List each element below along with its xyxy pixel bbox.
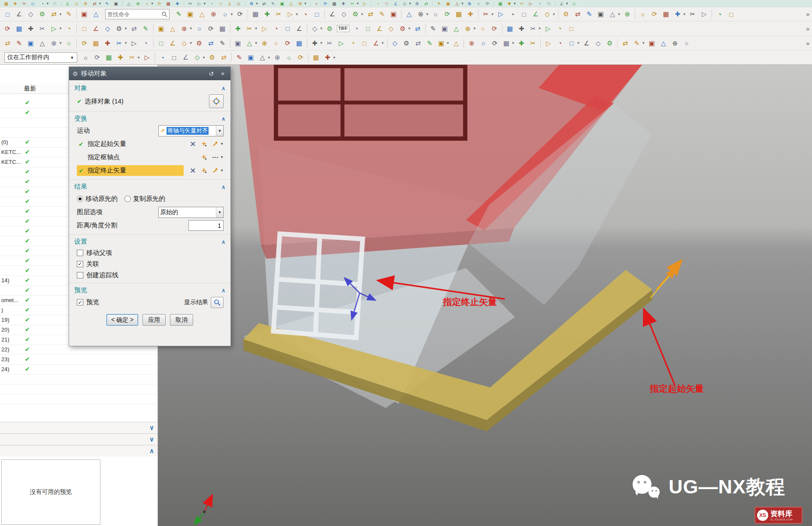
toolbar-icon[interactable]: ∠ [90, 23, 102, 34]
section-preview-header[interactable]: 预览 ∧ [69, 283, 230, 296]
point-dialog-icon[interactable] [199, 166, 209, 175]
show-result-button[interactable] [211, 297, 224, 308]
toolbar-icon[interactable]: ⇄ [218, 52, 230, 63]
toolbar-icon[interactable]: ∠ [557, 0, 566, 6]
toolbar-icon[interactable]: ✂ [36, 23, 48, 34]
toolbar-icon[interactable]: ⊕ [669, 38, 681, 49]
navigator-row[interactable] [0, 375, 158, 384]
toolbar-icon[interactable]: ✂ [517, 0, 526, 6]
toolbar-icon[interactable]: ▣ [278, 0, 287, 6]
toolbar-icon[interactable]: □ [362, 23, 374, 34]
toolbar-icon[interactable]: ⊕ [415, 9, 427, 20]
toolbar-icon[interactable]: ▣ [185, 9, 196, 20]
toolbar-icon[interactable]: ▦ [310, 52, 322, 63]
toolbar-icon[interactable]: ✎ [217, 38, 228, 49]
apply-button[interactable]: 应用 [142, 314, 166, 326]
toolbar-icon[interactable]: ▷ [542, 23, 554, 34]
toolbar-overflow-icon[interactable]: » [806, 40, 809, 47]
dropdown-arrow-icon[interactable]: ▼ [98, 2, 102, 6]
navigator-row[interactable] [0, 384, 158, 394]
toolbar-icon[interactable]: ◇ [191, 52, 203, 63]
toolbar-icon[interactable]: ▣ [79, 9, 90, 20]
toolbar-icon[interactable]: □ [544, 0, 553, 6]
toolbar-icon[interactable]: ▦ [90, 38, 102, 49]
toolbar-icon[interactable]: ▷ [360, 0, 369, 6]
toolbar-icon[interactable]: ▦ [330, 0, 339, 6]
toolbar-icon[interactable]: ◇ [102, 23, 113, 34]
chevron-down-icon[interactable]: ▼ [220, 155, 224, 159]
toolbar-icon[interactable]: ▦ [453, 9, 465, 20]
toolbar-icon[interactable]: ∠ [294, 23, 305, 34]
toolbar-icon[interactable]: ∠ [370, 38, 382, 49]
toolbar-icon[interactable]: ▣ [25, 38, 36, 49]
toolbar-icon[interactable]: ✎ [427, 23, 439, 34]
toolbar-icon[interactable]: ✎ [13, 38, 25, 49]
end-vector-highlight[interactable]: ✔ 指定终止矢量 [77, 165, 184, 176]
dropdown-arrow-icon[interactable]: ▼ [230, 12, 233, 16]
vector-dialog-icon[interactable] [210, 139, 220, 149]
toolbar-icon[interactable]: ○ [312, 0, 321, 6]
chevron-up-icon[interactable]: ∧ [221, 287, 225, 293]
chevron-up-icon[interactable]: ∧ [221, 85, 225, 91]
toolbar-icon[interactable]: ⚙ [247, 0, 256, 6]
dropdown-arrow-icon[interactable]: ▼ [202, 56, 206, 60]
toolbar-icon[interactable]: ⊕ [272, 52, 283, 63]
toolbar-icon[interactable]: ⚙ [604, 38, 615, 49]
toolbar-icon[interactable]: ✂ [527, 38, 539, 49]
dropdown-arrow-icon[interactable]: ▼ [255, 41, 258, 45]
toolbar-icon[interactable]: ⟳ [295, 52, 306, 63]
layer-option-dropdown[interactable]: 原始的 ▼ [158, 207, 224, 218]
chevron-up-icon[interactable]: ∧ [221, 184, 225, 190]
section-result-header[interactable]: 结果 ∧ [69, 179, 230, 192]
toolbar-icon[interactable]: ⟳ [442, 9, 453, 20]
toolbar-icon[interactable]: △ [196, 9, 208, 20]
chevron-up-icon[interactable]: ∧ [221, 116, 225, 122]
toolbar-icon[interactable]: ◔ [38, 0, 47, 6]
toolbar-icon[interactable]: ⇄ [128, 23, 140, 34]
toolbar-icon[interactable]: ○ [474, 0, 483, 6]
dropdown-arrow-icon[interactable]: ▼ [682, 12, 686, 16]
toolbar-icon[interactable]: △ [257, 52, 268, 63]
toolbar-icon[interactable]: ⟳ [91, 52, 103, 63]
dropdown-arrow-icon[interactable]: ▼ [381, 41, 385, 45]
toolbar-icon[interactable]: ∠ [530, 9, 542, 20]
toolbar-icon[interactable]: □ [725, 9, 737, 20]
toolbar-icon[interactable]: ▷ [495, 9, 507, 20]
toolbar-icon[interactable]: ✎ [233, 52, 245, 63]
toolbar-icon[interactable]: ◇ [592, 38, 604, 49]
point-dialog-icon[interactable] [199, 153, 209, 162]
toolbar-icon[interactable]: ⊕ [462, 23, 474, 34]
toolbar-icon[interactable]: ◔ [347, 38, 359, 49]
toolbar-icon[interactable]: △ [244, 38, 255, 49]
toolbar-icon[interactable]: ◔ [554, 23, 565, 34]
toolbar-icon[interactable]: ✚ [339, 0, 348, 6]
toolbar-icon[interactable]: □ [282, 23, 294, 34]
toolbar-icon[interactable]: ✚ [232, 23, 244, 34]
toolbar-icon[interactable]: ○ [270, 38, 282, 49]
toolbar-icon[interactable]: ✚ [102, 38, 113, 49]
dropdown-arrow-icon[interactable]: ▼ [361, 12, 364, 16]
navigator-section-bar[interactable]: ∨ [0, 433, 158, 445]
dropdown-arrow-icon[interactable]: ▼ [124, 41, 127, 45]
command-search[interactable] [105, 9, 170, 19]
toolbar-icon[interactable]: ⊕ [466, 38, 477, 49]
point-dialog-icon[interactable] [199, 139, 209, 149]
toolbar-icon[interactable]: ∠ [167, 38, 179, 49]
dropdown-arrow-icon[interactable]: ▼ [552, 12, 556, 16]
toolbar-icon[interactable]: △ [451, 23, 462, 34]
toolbar-icon[interactable]: ✂ [244, 23, 255, 34]
toolbar-icon[interactable]: ⇄ [421, 0, 430, 6]
dropdown-arrow-icon[interactable]: ▼ [255, 2, 259, 6]
checkbox-preview[interactable] [77, 299, 83, 305]
toolbar-icon[interactable]: □ [311, 9, 323, 20]
toolbar-icon[interactable]: ⟳ [483, 0, 492, 6]
division-input[interactable] [188, 220, 224, 231]
toolbar-icon[interactable]: ▦ [500, 38, 512, 49]
toolbar-icon[interactable]: ⟳ [321, 0, 330, 6]
dropdown-arrow-icon[interactable]: ▼ [576, 41, 580, 45]
toolbar-icon[interactable]: ✂ [527, 23, 539, 34]
dropdown-arrow-icon[interactable]: ▼ [513, 2, 516, 6]
toolbar-icon[interactable]: ∠ [391, 0, 400, 6]
toolbar-icon[interactable]: ○ [63, 38, 75, 49]
toolbar-icon[interactable]: ○ [477, 23, 489, 34]
